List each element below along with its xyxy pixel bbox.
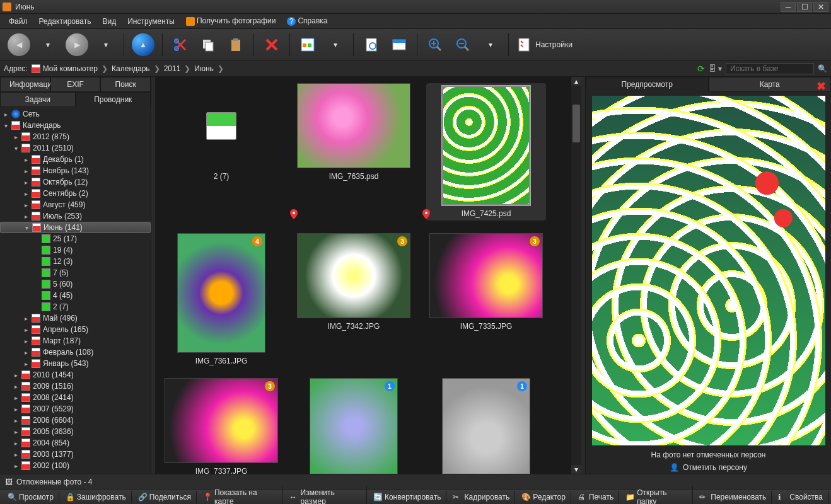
thumbnail-grid[interactable]: 2 (7)IMG_7635.psdIMG_7425.psd4IMG_7361.J… [155, 77, 571, 474]
tree-row[interactable]: 12 (3) [0, 256, 151, 267]
tab-search[interactable]: Поиск [100, 77, 151, 92]
expand-icon[interactable]: ▸ [13, 428, 19, 435]
tree-row[interactable]: ▸Февраль (108) [0, 346, 151, 358]
expand-icon[interactable]: ▸ [13, 134, 19, 140]
nav-forward-dropdown[interactable]: ▾ [93, 33, 119, 56]
bottom-редактор[interactable]: 🎨Редактор [516, 491, 571, 503]
view-slideshow-button[interactable] [386, 32, 412, 57]
tree-row[interactable]: ▸Сеть [0, 108, 151, 120]
expand-icon[interactable]: ▸ [23, 360, 29, 367]
expand-icon[interactable]: ▸ [3, 111, 9, 118]
thumbnail[interactable]: 2 (7) [161, 83, 281, 220]
bottom-просмотр[interactable]: 🔍Просмотр [3, 491, 59, 503]
bottom-кадрировать[interactable]: ✂Кадрировать [448, 491, 515, 503]
view-dropdown[interactable]: ▾ [323, 33, 348, 56]
tree-row[interactable]: 19 (4) [0, 244, 151, 256]
tree-row[interactable]: ▸Сентябрь (2) [0, 188, 151, 199]
tree-row[interactable]: ▸Декабрь (1) [0, 154, 151, 165]
expand-icon[interactable]: ▸ [23, 349, 29, 356]
search-input[interactable] [726, 63, 814, 74]
bottom-переименовать[interactable]: ✏Переименовать [694, 491, 772, 503]
refresh-icon[interactable]: ⟳ [697, 64, 705, 74]
expand-icon[interactable]: ▸ [23, 168, 29, 175]
expand-icon[interactable]: ▸ [13, 394, 19, 401]
expand-icon[interactable]: ▸ [23, 156, 29, 163]
thumbnail[interactable]: 1img_7979.jpg [294, 378, 414, 474]
tree-row[interactable]: ▸Июль (253) [0, 210, 151, 222]
thumbnail[interactable]: IMG_7425.psd [426, 83, 546, 220]
tree-row[interactable]: ▸2009 (1516) [0, 381, 151, 392]
expand-icon[interactable]: ▸ [13, 372, 19, 379]
expand-icon[interactable]: ▸ [23, 179, 29, 186]
paste-button[interactable] [223, 32, 248, 57]
breadcrumb-item[interactable]: 2011 [161, 63, 183, 74]
thumbnail[interactable]: 3IMG_7335.JPG [426, 233, 546, 365]
expand-icon[interactable]: ▸ [13, 451, 19, 458]
thumbnail[interactable]: IMG_7635.psd [294, 83, 414, 220]
tree-row[interactable]: ▸2010 (1454) [0, 369, 151, 381]
bottom-показать на карте[interactable]: 📍Показать на карте [198, 486, 283, 505]
expand-icon[interactable]: ▸ [13, 383, 19, 390]
scrollbar[interactable]: ▴▾ [571, 77, 581, 474]
thumbnail[interactable]: 4IMG_7361.JPG [161, 233, 281, 365]
expand-icon[interactable]: ▸ [13, 417, 19, 424]
tree-row[interactable]: ▾Календарь [0, 120, 151, 131]
expand-icon[interactable]: ▸ [23, 315, 29, 322]
tree-row[interactable]: 7 (5) [0, 267, 151, 278]
breadcrumb-item[interactable]: Июнь [192, 63, 216, 74]
tree[interactable]: ▸Сеть▾Календарь▸2012 (875)▾2011 (2510)▸Д… [0, 107, 151, 474]
copy-button[interactable] [195, 32, 221, 57]
close-panel-button[interactable]: ✖ [816, 79, 826, 93]
tree-row[interactable]: ▸2006 (6604) [0, 415, 151, 426]
expand-icon[interactable]: ▸ [23, 190, 29, 197]
tree-row[interactable]: 25 (17) [0, 233, 151, 244]
database-icon[interactable]: 🗄 ▾ [709, 64, 722, 73]
cut-button[interactable] [168, 32, 193, 57]
view-single-button[interactable] [359, 32, 384, 57]
breadcrumb-item[interactable]: Мой компьютер [40, 63, 100, 74]
expand-icon[interactable]: ▸ [13, 462, 19, 469]
bottom-печать[interactable]: 🖨Печать [572, 491, 619, 503]
menu-getphotos[interactable]: Получить фотографии [181, 14, 281, 28]
view-thumbs-button[interactable] [295, 32, 320, 57]
expand-icon[interactable]: ▸ [23, 213, 29, 220]
thumbnail[interactable]: 3IMG_7342.JPG [294, 233, 414, 365]
tree-row[interactable]: ▸Апрель (165) [0, 324, 151, 335]
bottom-свойства[interactable]: ℹСвойства [773, 491, 828, 503]
tab-tasks[interactable]: Задачи [0, 92, 76, 107]
zoom-in-button[interactable] [422, 32, 448, 57]
tree-row[interactable]: ▸Ноябрь (143) [0, 165, 151, 176]
thumbnail[interactable]: 1img_4117.psd [426, 378, 546, 474]
tree-row[interactable]: ▾2011 (2510) [0, 142, 151, 154]
thumbnail[interactable]: 3IMG_7337.JPG [161, 378, 281, 474]
nav-forward-button[interactable]: ▶ [63, 32, 91, 57]
menu-tools[interactable]: Инструменты [122, 15, 180, 28]
tree-row[interactable]: ▸Март (187) [0, 335, 151, 346]
tree-row[interactable]: ▸2002 (100) [0, 460, 151, 471]
expand-icon[interactable]: ▸ [13, 440, 19, 447]
nav-back-button[interactable]: ◀ [5, 32, 33, 57]
expand-icon[interactable]: ▸ [13, 406, 19, 413]
tab-explorer[interactable]: Проводник [76, 92, 151, 107]
expand-icon[interactable]: ▾ [3, 122, 9, 129]
menu-view[interactable]: Вид [97, 15, 121, 28]
tree-row[interactable]: ▾Июнь (141) [0, 222, 151, 233]
tree-row[interactable]: ▸Август (459) [0, 199, 151, 210]
tree-row[interactable]: ▸Январь (543) [0, 358, 151, 369]
breadcrumb-item[interactable]: Календарь [109, 63, 153, 74]
bottom-конвертировать[interactable]: 🔄Конвертировать [368, 491, 447, 503]
tree-row[interactable]: 4 (45) [0, 290, 151, 301]
expand-icon[interactable]: ▸ [23, 326, 29, 333]
zoom-dropdown[interactable]: ▾ [478, 33, 503, 56]
tab-exif[interactable]: EXIF [50, 77, 101, 92]
zoom-out-button[interactable] [450, 32, 475, 57]
expand-icon[interactable]: ▸ [23, 202, 29, 209]
menu-edit[interactable]: Редактировать [34, 15, 96, 28]
nav-back-dropdown[interactable]: ▾ [35, 33, 61, 56]
nav-up-button[interactable]: ▲ [129, 32, 157, 57]
expand-icon[interactable]: ▾ [23, 224, 30, 231]
deferred-bar[interactable]: 🖼 Отложенные фото - 4 [0, 474, 831, 489]
maximize-button[interactable]: ☐ [797, 2, 812, 12]
tree-row[interactable]: ▸2003 (1377) [0, 449, 151, 460]
delete-button[interactable] [259, 32, 284, 57]
